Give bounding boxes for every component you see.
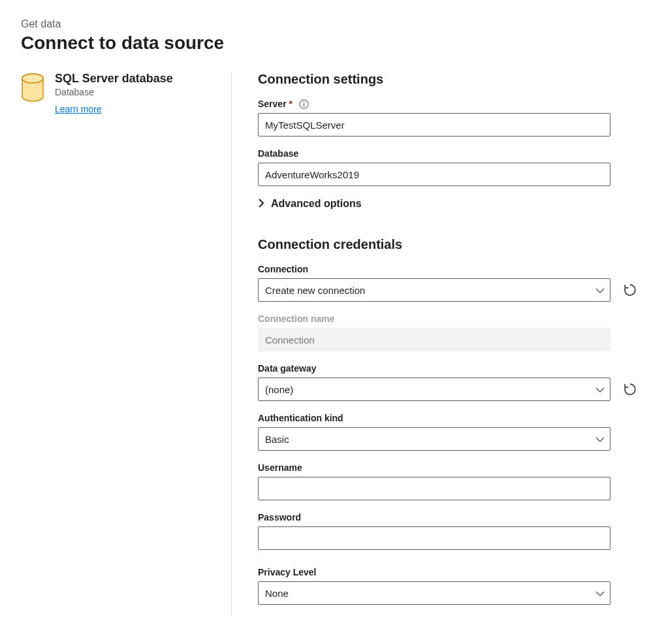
refresh-connection-button[interactable] — [622, 282, 638, 298]
connection-name-input — [258, 328, 610, 351]
chevron-down-icon — [595, 434, 605, 445]
advanced-options-label: Advanced options — [271, 198, 362, 210]
gateway-dropdown[interactable]: (none) — [258, 378, 610, 401]
learn-more-link[interactable]: Learn more — [55, 104, 102, 114]
server-input[interactable] — [258, 113, 610, 137]
svg-point-1 — [22, 74, 43, 83]
connection-name-label: Connection name — [258, 314, 638, 324]
info-icon[interactable] — [299, 99, 309, 109]
connection-dropdown[interactable]: Create new connection — [258, 278, 610, 302]
password-label: Password — [258, 512, 638, 523]
server-label: Server * — [258, 99, 638, 109]
advanced-options-toggle[interactable]: Advanced options — [258, 198, 638, 210]
chevron-down-icon — [595, 384, 605, 395]
password-input[interactable] — [258, 526, 610, 550]
connection-credentials-heading: Connection credentials — [258, 237, 638, 252]
connection-settings-heading: Connection settings — [258, 72, 638, 87]
breadcrumb: Get data — [21, 18, 643, 30]
refresh-gateway-button[interactable] — [622, 381, 638, 397]
svg-rect-4 — [304, 103, 305, 106]
database-label: Database — [258, 148, 638, 159]
privacy-dropdown[interactable]: None — [258, 581, 610, 605]
username-input[interactable] — [258, 477, 610, 500]
page-title: Connect to data source — [21, 33, 643, 54]
source-subtitle: Database — [55, 87, 173, 97]
chevron-down-icon — [595, 588, 605, 599]
username-label: Username — [258, 462, 638, 473]
privacy-label: Privacy Level — [258, 567, 638, 577]
auth-kind-label: Authentication kind — [258, 413, 638, 423]
required-indicator: * — [289, 99, 292, 109]
source-panel: SQL Server database Database Learn more — [21, 72, 231, 617]
chevron-right-icon — [258, 199, 264, 210]
gateway-label: Data gateway — [258, 363, 638, 374]
auth-kind-dropdown[interactable]: Basic — [258, 427, 610, 451]
database-icon — [21, 73, 44, 104]
source-title: SQL Server database — [55, 72, 173, 86]
chevron-down-icon — [595, 285, 605, 296]
connection-label: Connection — [258, 264, 638, 274]
svg-point-3 — [304, 101, 305, 103]
database-input[interactable] — [258, 163, 610, 186]
